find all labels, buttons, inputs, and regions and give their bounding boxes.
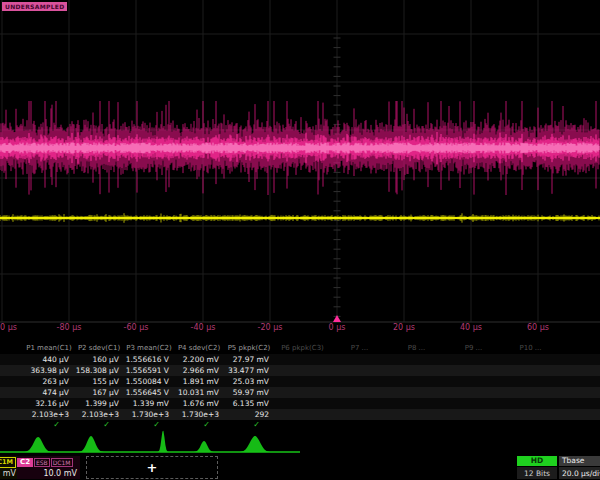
status-check-icon: ✓ [124,420,160,430]
measurement-cell: 1.556645 V [124,387,169,398]
measurement-cell: 2.103e+3 [24,409,69,420]
c2-esb-tag: ESB [34,458,50,467]
add-trace-slot[interactable]: + [86,456,218,479]
c2-coupling-tag: DC1M [51,458,73,467]
hd-bits-label: 12 Bits [517,467,557,479]
measurement-cell: 6.135 mV [224,398,269,409]
c2-vdiv-label: 10.0 mV [17,468,80,479]
measurement-header[interactable]: P10 ... [502,342,559,354]
time-axis-label: -20 µs [258,323,283,332]
measurement-header[interactable]: P2 sdev(C1) [74,342,124,354]
measurement-cell: 1.556616 V [124,354,169,365]
timebase-value: 20.0 µs/div [559,467,600,479]
measurement-cell: 160 µV [74,354,119,365]
measurement-cell: 1.399 µV [74,398,119,409]
measurement-cell: 10.031 mV [174,387,219,398]
channel-c1-descriptor[interactable]: DC1M 10.0 mV [0,456,18,479]
timebase-title: Tbase [559,456,600,466]
measurement-header[interactable]: P6 pkpk(C3) [274,342,331,354]
undersampled-badge: UNDERSAMPLED [2,2,67,11]
measurement-header[interactable]: P7 ... [331,342,388,354]
measurement-cell: 1.730e+3 [174,409,219,420]
channel-c2-descriptor[interactable]: C2 ESB DC1M 10.0 mV [17,456,80,479]
status-check-icon: ✓ [174,420,210,430]
time-axis-label: 60 µs [527,323,549,332]
measurement-cell: 32.16 µV [24,398,69,409]
measurement-cell: 59.97 mV [224,387,269,398]
trigger-time-marker[interactable] [333,315,341,322]
measurement-header[interactable]: P5 pkpk(C2) [224,342,274,354]
time-axis-label: 20 µs [393,323,415,332]
measurement-histicons [0,431,300,452]
measurement-cell: 1.676 mV [174,398,219,409]
status-check-icon: ✓ [224,420,260,430]
measurement-cell: 158.308 µV [74,365,119,376]
measurement-cell: 1.891 mV [174,376,219,387]
plus-icon: + [147,461,158,474]
time-axis-label: -100 µs [0,323,17,332]
measurement-cell: 25.03 mV [224,376,269,387]
hd-mode-badge[interactable]: HD [517,456,557,466]
measurement-cell: 363.98 µV [24,365,69,376]
measurement-cell: 33.477 mV [224,365,269,376]
measurement-header[interactable]: P3 mean(C2) [124,342,174,354]
time-axis-label: -60 µs [124,323,149,332]
measurement-cell: 474 µV [24,387,69,398]
measurement-header[interactable]: P8 ... [388,342,445,354]
measurement-cell: 2.103e+3 [74,409,119,420]
measurement-cell: 440 µV [24,354,69,365]
time-axis-label: 0 µs [329,323,346,332]
measurement-header[interactable]: P1 mean(C1) [24,342,74,354]
c1-trace[interactable] [0,213,600,223]
measurement-cell: 2.966 mV [174,365,219,376]
measurement-header[interactable]: P4 sdev(C2) [174,342,224,354]
measurement-cell: 292 [224,409,269,420]
measurement-header[interactable]: P9 ... [445,342,502,354]
timebase-descriptor[interactable]: Tbase 20.0 µs/div [559,456,600,479]
measurement-cell: 27.97 mV [224,354,269,365]
measurement-cell: 1.730e+3 [124,409,169,420]
status-check-icon: ✓ [74,420,110,430]
measurement-cell: 1.339 mV [124,398,169,409]
measurement-cell: 1.550084 V [124,376,169,387]
measurement-cell: 2.200 mV [174,354,219,365]
measurement-cell: 167 µV [74,387,119,398]
c2-trace[interactable] [0,101,599,195]
histicon-strip [0,430,600,456]
measurement-cell: 155 µV [74,376,119,387]
descriptor-row: DC1M 10.0 mV C2 ESB DC1M 10.0 mV + HD 12… [0,455,600,480]
status-check-icon: ✓ [24,420,60,430]
measurement-cell: 1.556591 V [124,365,169,376]
oscilloscope-screen: UNDERSAMPLED -100 µs-80 µs-60 µs-40 µs-2… [0,0,600,480]
time-axis-label: 40 µs [460,323,482,332]
time-axis-label: -80 µs [57,323,82,332]
time-axis-label: -40 µs [191,323,216,332]
c1-coupling-tag: DC1M [0,457,16,468]
measurement-cell: 263 µV [24,376,69,387]
c1-vdiv-label: 10.0 mV [0,468,18,479]
c2-channel-tag: C2 [17,458,33,467]
